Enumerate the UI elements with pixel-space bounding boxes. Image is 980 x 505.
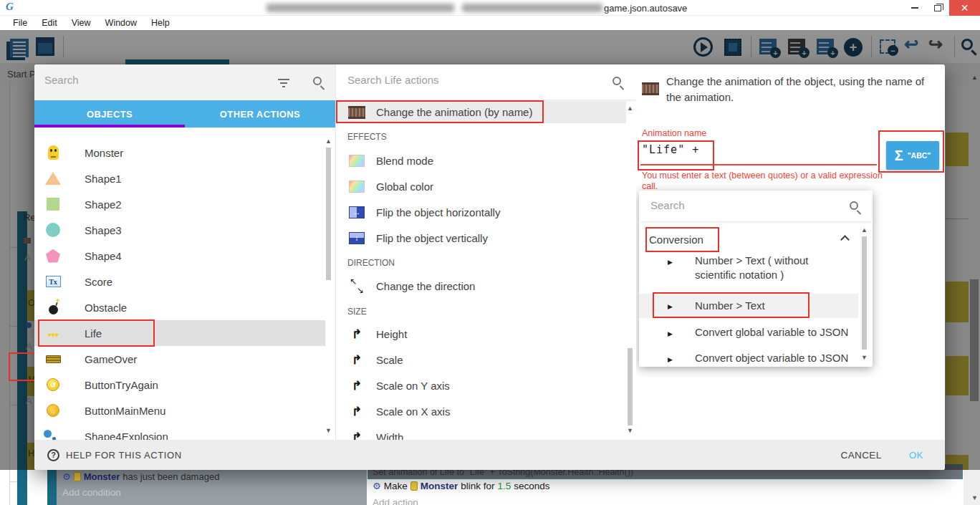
annotation-box-field-value — [638, 140, 714, 170]
action-label: Change the direction — [376, 280, 475, 292]
restore-button[interactable] — [927, 0, 948, 16]
tab-other-actions[interactable]: OTHER ACTIONS — [185, 100, 335, 128]
monster-sprite-icon — [44, 144, 62, 161]
pink-pentagon-icon — [44, 247, 62, 264]
objects-panel: OBJECTS OTHER ACTIONS Monster Shape1 Sha… — [34, 64, 335, 440]
cancel-button[interactable]: CANCEL — [841, 450, 882, 461]
menubar: File Edit View Window Help — [0, 16, 980, 30]
expression-row-number-text-no-sci[interactable]: Number > Text ( without scientific notat… — [639, 254, 858, 282]
actions-search-row — [336, 64, 636, 100]
objects-scrollbar-thumb[interactable] — [326, 148, 331, 280]
object-row-shape1[interactable]: Shape1 — [34, 165, 325, 191]
flip-vertical-icon — [348, 229, 365, 246]
expression-search-input[interactable] — [650, 199, 830, 211]
action-label: Flip the object horizontally — [376, 206, 500, 218]
object-row-monster[interactable]: Monster — [34, 140, 325, 165]
home-button-icon — [44, 402, 62, 419]
scroll-up-icon[interactable]: ▲ — [861, 226, 868, 234]
resize-corner-icon — [348, 428, 365, 440]
help-label: HELP FOR THIS ACTION — [66, 450, 182, 461]
objects-search-input[interactable] — [44, 74, 259, 86]
menu-view[interactable]: View — [64, 18, 98, 28]
object-row-shape2[interactable]: Shape2 — [34, 191, 325, 217]
event-indent-bar — [17, 470, 27, 505]
expression-dropdown: Conversion Number > Text ( without scien… — [639, 191, 873, 367]
object-label: GameOver — [85, 353, 137, 365]
action-row-flip-horizontal[interactable]: Flip the object horizontally — [337, 199, 626, 225]
expression-row-object-var-json[interactable]: Convert object variable to JSON — [639, 351, 858, 367]
rainbow-icon — [348, 152, 365, 169]
scroll-up-icon[interactable]: ▲ — [627, 105, 633, 112]
action-label: Blend mode — [376, 155, 433, 167]
object-row-obstacle[interactable]: Obstacle — [34, 294, 325, 320]
chevron-up-icon[interactable] — [840, 235, 850, 244]
add-action-link: Add action — [373, 497, 418, 505]
action-object-name: Monster — [421, 481, 458, 491]
action-label: Flip the object vertically — [376, 232, 488, 244]
object-row-shape4explosion[interactable]: Shape4Explosion — [34, 423, 325, 440]
help-icon: ? — [47, 449, 59, 461]
expression-row-global-var-json[interactable]: Convert global variable to JSON — [639, 325, 858, 341]
field-label: Animation name — [642, 128, 706, 138]
object-label: Monster — [85, 147, 123, 159]
scroll-down-icon[interactable]: ▼ — [325, 427, 332, 434]
action-description: Change the animation of the object, usin… — [666, 74, 935, 105]
actions-search-input[interactable] — [347, 74, 584, 86]
add-condition-link: Add condition — [62, 487, 121, 498]
teal-circle-icon — [44, 221, 62, 239]
diagonal-arrow-icon — [348, 277, 365, 294]
actions-scrollbar-thumb[interactable] — [628, 348, 633, 425]
menu-edit[interactable]: Edit — [34, 18, 64, 28]
object-label: ButtonMainMenu — [85, 405, 165, 417]
action-label: Height — [376, 328, 407, 340]
object-row-shape4[interactable]: Shape4 — [34, 243, 325, 269]
help-button[interactable]: ? HELP FOR THIS ACTION — [47, 449, 182, 461]
menu-file[interactable]: File — [6, 18, 34, 28]
action-value: 1.5 — [497, 481, 511, 491]
action-row-scale-x[interactable]: Scale on X axis — [337, 398, 626, 424]
action-row-flip-vertical[interactable]: Flip the object vertically — [337, 225, 626, 251]
object-label: Shape4Explosion — [85, 431, 168, 441]
tab-objects[interactable]: OBJECTS — [34, 100, 185, 128]
condition-row: ⚙ Monster has just been damaged — [62, 471, 219, 482]
scroll-down-icon[interactable]: ▼ — [627, 427, 633, 434]
restore-icon — [934, 5, 941, 11]
action-row-scale[interactable]: Scale — [337, 347, 626, 372]
search-icon — [850, 201, 858, 210]
minimize-button[interactable] — [904, 0, 926, 16]
blurred-path-text — [462, 4, 602, 12]
titlebar: G game.json.autosave ✕ — [0, 0, 980, 16]
object-row-buttonmainmenu[interactable]: ButtonMainMenu — [34, 398, 325, 423]
parameter-panel: Change the animation of the object, usin… — [636, 64, 945, 440]
ok-button[interactable]: OK — [909, 450, 923, 461]
game-over-banner-icon — [44, 350, 62, 367]
menu-help[interactable]: Help — [144, 18, 177, 28]
scroll-up-icon[interactable]: ▲ — [325, 138, 332, 145]
object-row-score[interactable]: Score — [34, 269, 325, 294]
objects-tabs: OBJECTS OTHER ACTIONS — [34, 100, 335, 128]
close-button[interactable]: ✕ — [949, 0, 980, 16]
filter-icon[interactable] — [278, 78, 289, 87]
object-row-gameover[interactable]: GameOver — [34, 346, 325, 372]
action-text: Make — [384, 481, 408, 491]
object-row-buttontryagain[interactable]: ButtonTryAgain — [34, 372, 325, 398]
monster-object-icon — [74, 472, 81, 481]
expression-search-row — [640, 192, 871, 222]
object-row-shape3[interactable]: Shape3 — [34, 217, 325, 243]
scroll-down-icon[interactable]: ▼ — [861, 354, 868, 361]
condition-type-icon: ⚙ — [62, 471, 71, 482]
action-row-width[interactable]: Width — [337, 424, 626, 440]
dropdown-scrollbar-thumb[interactable] — [862, 236, 867, 350]
action-label: Scale on Y axis — [376, 380, 450, 392]
object-label: Shape1 — [85, 173, 122, 185]
tree-connector — [9, 481, 17, 482]
action-text: blink for — [461, 481, 494, 491]
object-label: ButtonTryAgain — [85, 379, 158, 391]
action-row-scale-y[interactable]: Scale on Y axis — [337, 372, 626, 398]
action-row-global-color[interactable]: Global color — [337, 173, 626, 199]
action-row-blend-mode[interactable]: Blend mode — [337, 148, 626, 173]
menu-window[interactable]: Window — [98, 18, 144, 28]
gdevelop-logo-icon: G — [6, 1, 14, 13]
action-row-height[interactable]: Height — [337, 321, 626, 347]
action-row-change-direction[interactable]: Change the direction — [337, 273, 626, 299]
